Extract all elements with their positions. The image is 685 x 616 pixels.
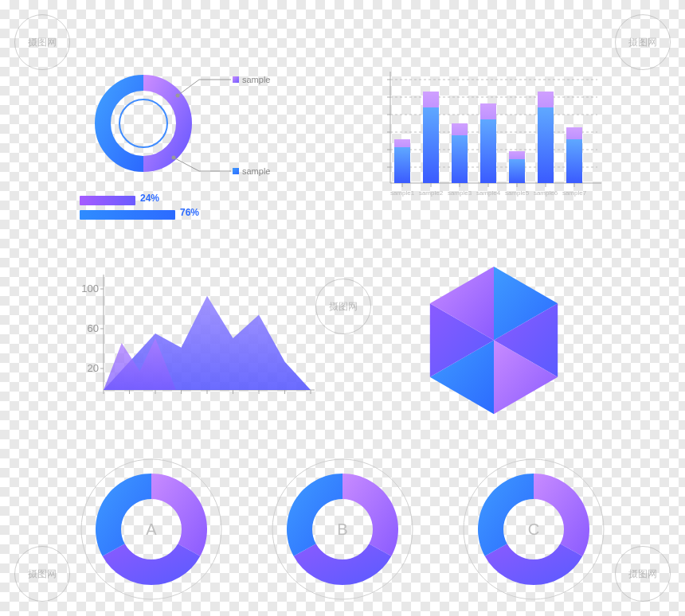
donut-svg: sample A sample A — [80, 64, 271, 191]
percent-purple: 24% — [140, 193, 159, 204]
svg-text:sample6: sample6 — [534, 189, 558, 197]
svg-text:sample3: sample3 — [448, 189, 472, 197]
svg-text:sample7: sample7 — [562, 189, 587, 197]
svg-text:sample1: sample1 — [390, 189, 415, 197]
area-chart: 100 60 20 — [72, 267, 319, 413]
svg-point-4 — [172, 156, 176, 160]
x-ticks — [104, 390, 311, 394]
donut-chart-B: B — [267, 454, 418, 605]
y-tick-100: 100 — [81, 283, 99, 294]
donut-chart-C: C — [458, 454, 609, 605]
donut-chart-main: sample A sample A 24% 76% — [80, 64, 271, 220]
svg-text:sample5: sample5 — [505, 189, 530, 197]
svg-text:sample2: sample2 — [419, 189, 444, 197]
watermark-badge: 摄图网 — [615, 546, 671, 602]
y-ticks — [387, 80, 390, 167]
svg-rect-31 — [538, 107, 554, 183]
donut-label-C: C — [528, 520, 539, 539]
percent-blue: 76% — [180, 207, 199, 218]
donut-label-B: B — [337, 520, 347, 539]
svg-rect-33 — [566, 139, 582, 183]
svg-point-1 — [119, 99, 167, 147]
svg-rect-29 — [509, 159, 525, 183]
svg-rect-21 — [394, 147, 410, 183]
bars — [394, 92, 582, 183]
svg-rect-3 — [233, 76, 239, 83]
svg-rect-27 — [480, 119, 496, 183]
hexagon-chart — [406, 263, 581, 421]
watermark-badge: 摄图网 — [315, 279, 371, 334]
svg-text:sample4: sample4 — [476, 189, 501, 197]
donut-label-A: A — [146, 520, 156, 539]
donut-chart-A: A — [76, 454, 227, 605]
watermark-badge: 摄图网 — [14, 546, 70, 602]
y-tick-60: 60 — [88, 322, 99, 334]
watermark-badge: 摄图网 — [14, 14, 70, 70]
legend-label-1: sample A — [242, 75, 271, 84]
legend-label-2: sample A — [242, 166, 271, 176]
svg-point-2 — [176, 94, 180, 98]
svg-rect-25 — [452, 135, 468, 183]
bar-chart: sample1sample2sample3sample4sample5sampl… — [374, 64, 605, 210]
svg-rect-5 — [233, 168, 239, 174]
watermark-badge: 摄图网 — [615, 14, 671, 70]
progress-bar-blue: 76% — [80, 205, 271, 220]
svg-rect-23 — [423, 107, 439, 183]
y-tick-20: 20 — [88, 362, 99, 374]
progress-bar-purple: 24% — [80, 191, 271, 205]
hex-slices — [430, 267, 558, 414]
x-labels: sample1sample2sample3sample4sample5sampl… — [390, 183, 587, 197]
